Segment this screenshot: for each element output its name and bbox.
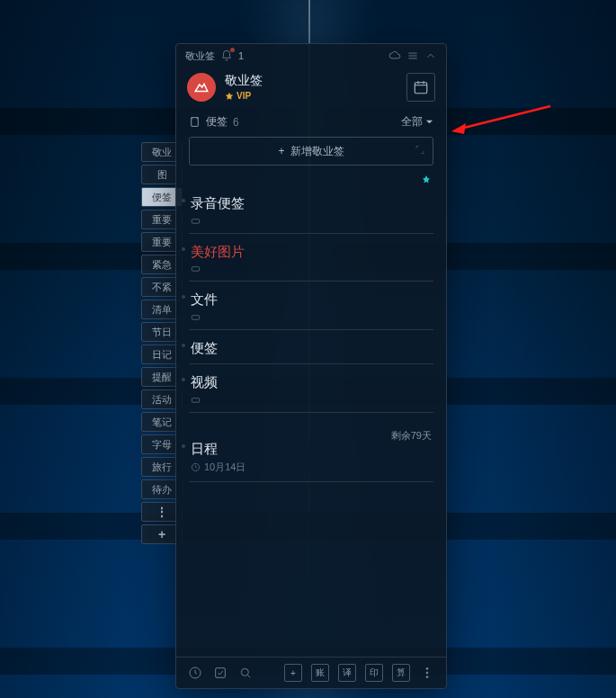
add-note-button[interactable]: + 新增敬业签 xyxy=(189,137,433,166)
svg-line-13 xyxy=(460,106,550,129)
pin-icon[interactable] xyxy=(421,174,432,185)
svg-rect-2 xyxy=(192,219,199,223)
calendar-button[interactable] xyxy=(406,73,435,102)
section-header: 便签 6 全部 xyxy=(176,111,446,137)
item-tag: 剩余79天 xyxy=(391,429,432,443)
filter-dropdown[interactable]: 全部 xyxy=(401,114,433,130)
app-title: 敬业签 xyxy=(185,49,215,63)
menu-lines-icon[interactable] xyxy=(406,49,419,62)
footer-box-button[interactable]: 印 xyxy=(365,664,383,682)
svg-rect-8 xyxy=(216,668,226,678)
clock-icon xyxy=(191,462,201,472)
brand-name: 敬业签 xyxy=(225,73,263,89)
svg-rect-3 xyxy=(192,267,199,272)
app-panel: 敬业签 1 敬业签 VIP 便签 6 全部 xyxy=(175,43,447,689)
svg-point-10 xyxy=(426,667,428,669)
item-meta xyxy=(191,264,432,273)
item-meta xyxy=(191,395,432,405)
footer-box-button[interactable]: 算 xyxy=(392,664,410,682)
pin-row xyxy=(176,173,446,185)
note-icon xyxy=(189,116,201,128)
list-item[interactable]: 录音便签 xyxy=(189,185,433,234)
storage-icon xyxy=(191,216,201,226)
footer-bar: + 账译印算 xyxy=(176,657,446,688)
footer-box-button[interactable]: 账 xyxy=(311,664,329,682)
brand-row: 敬业签 VIP xyxy=(176,67,446,111)
more-icon[interactable] xyxy=(419,665,435,681)
storage-icon xyxy=(191,264,201,273)
plus-icon: + xyxy=(278,145,284,157)
svg-rect-5 xyxy=(192,398,199,402)
bell-icon[interactable] xyxy=(220,49,233,62)
svg-point-11 xyxy=(426,672,428,674)
section-count: 6 xyxy=(233,116,239,129)
footer-box-button[interactable]: 译 xyxy=(338,664,356,682)
notification-count: 1 xyxy=(238,50,244,61)
checkbox-icon[interactable] xyxy=(212,665,228,681)
item-title: 文件 xyxy=(191,291,432,309)
collapse-icon[interactable] xyxy=(424,49,437,62)
svg-rect-0 xyxy=(415,83,427,94)
item-meta xyxy=(191,312,432,322)
item-meta: 10月14日 xyxy=(191,461,432,474)
storage-icon xyxy=(191,312,201,322)
chevron-down-icon xyxy=(425,118,433,126)
section-label: 便签 xyxy=(206,114,228,130)
vip-badge: VIP xyxy=(225,91,263,101)
cloud-sync-icon[interactable] xyxy=(388,49,401,62)
annotation-arrow xyxy=(451,102,559,141)
note-list: 录音便签美好图片文件便签视频剩余79天日程10月14日 xyxy=(176,185,446,657)
item-title: 便签 xyxy=(191,339,432,357)
list-item[interactable]: 美好图片 xyxy=(189,234,433,282)
svg-point-12 xyxy=(426,676,428,678)
svg-marker-14 xyxy=(451,123,466,134)
search-icon[interactable] xyxy=(237,665,254,681)
svg-rect-4 xyxy=(192,315,199,319)
brand-logo xyxy=(187,73,216,102)
item-title: 视频 xyxy=(191,373,432,391)
title-bar: 敬业签 1 xyxy=(176,44,446,67)
list-item[interactable]: 便签 xyxy=(189,330,433,365)
expand-icon[interactable] xyxy=(415,145,425,158)
list-item[interactable]: 文件 xyxy=(189,282,433,330)
item-title: 美好图片 xyxy=(191,243,432,261)
clock-icon[interactable] xyxy=(187,665,203,681)
item-title: 录音便签 xyxy=(191,194,432,212)
list-item[interactable]: 剩余79天日程10月14日 xyxy=(189,431,433,483)
item-meta xyxy=(191,216,432,226)
storage-icon xyxy=(191,395,201,405)
list-item[interactable]: 视频 xyxy=(189,364,433,413)
add-note-label: 新增敬业签 xyxy=(290,144,344,159)
svg-point-9 xyxy=(241,668,248,676)
plus-box-button[interactable]: + xyxy=(284,664,302,682)
